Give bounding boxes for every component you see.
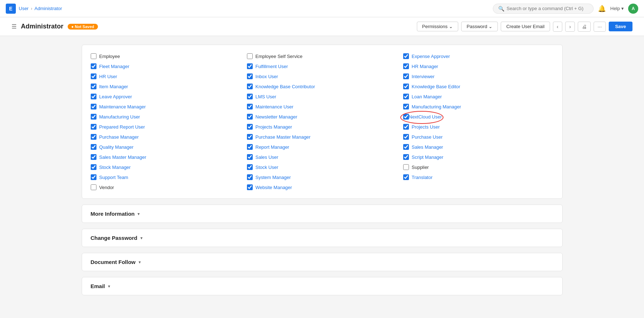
- checkbox-stock-manager[interactable]: [91, 164, 96, 170]
- checkbox-item: Loan Manager: [403, 93, 554, 100]
- create-user-email-button[interactable]: Create User Email: [501, 22, 550, 31]
- checkbox-item: Report Manager: [247, 143, 397, 151]
- checkbox-sales-user[interactable]: [247, 154, 253, 160]
- checkbox-stock-user[interactable]: [247, 164, 253, 170]
- avatar[interactable]: A: [628, 4, 638, 14]
- permissions-button[interactable]: Permissions ⌄: [417, 22, 459, 31]
- checkbox-grid: EmployeeEmployee Self ServiceExpense App…: [91, 52, 554, 191]
- checkbox-system-manager[interactable]: [247, 174, 253, 180]
- search-bar[interactable]: 🔍: [493, 4, 594, 14]
- more-information-header[interactable]: More Information ▾: [82, 205, 562, 223]
- checkbox-vendor[interactable]: [91, 184, 96, 190]
- checkbox-label: HR Manager: [412, 64, 438, 69]
- checkbox-lms-user[interactable]: [247, 94, 253, 99]
- breadcrumb-administrator[interactable]: Administrator: [35, 6, 62, 11]
- checkbox-support-team[interactable]: [91, 174, 96, 180]
- more-information-section: More Information ▾: [82, 205, 563, 223]
- checkbox-manufacturing-manager[interactable]: [403, 104, 409, 109]
- checkbox-item: Leave Approver: [91, 93, 241, 100]
- checkbox-website-manager[interactable]: [247, 184, 253, 190]
- breadcrumb-user[interactable]: User: [19, 6, 28, 11]
- checkbox-item: Sales User: [247, 153, 397, 161]
- checkbox-knowledge-base-contributor[interactable]: [247, 84, 253, 89]
- checkbox-inbox-user[interactable]: [247, 73, 253, 79]
- change-password-section: Change Password ▾: [82, 229, 563, 247]
- checkbox-quality-manager[interactable]: [91, 144, 96, 150]
- checkbox-label: Stock Manager: [99, 165, 131, 170]
- checkbox-script-manager[interactable]: [403, 154, 409, 160]
- checkbox-item: Inbox User: [247, 72, 397, 80]
- checkbox-supplier[interactable]: [403, 164, 409, 170]
- checkbox-item: Employee Self Service: [247, 52, 397, 60]
- change-password-header[interactable]: Change Password ▾: [82, 229, 562, 247]
- checkbox-hr-user[interactable]: [91, 73, 96, 79]
- checkbox-projects-manager[interactable]: [247, 124, 253, 130]
- checkbox-loan-manager[interactable]: [403, 94, 409, 99]
- checkbox-sales-manager[interactable]: [403, 144, 409, 150]
- more-options-button[interactable]: ···: [594, 22, 606, 32]
- checkbox-label: Expense Approver: [412, 54, 450, 59]
- checkbox-item: Projects Manager: [247, 123, 397, 131]
- checkbox-item: Website Manager: [247, 183, 397, 191]
- main-content: EmployeeEmployee Self ServiceExpense App…: [70, 36, 574, 310]
- checkbox-hr-manager[interactable]: [403, 63, 409, 69]
- checkbox-label: Support Team: [99, 175, 129, 180]
- checkbox-label: Employee: [99, 54, 120, 59]
- checkbox-item: Script Manager: [403, 153, 554, 161]
- email-chevron: ▾: [108, 284, 110, 289]
- checkbox-fulfillment-user[interactable]: [247, 63, 253, 69]
- checkbox-item: Purchase Manager: [91, 133, 241, 141]
- checkbox-maintenance-manager[interactable]: [91, 104, 96, 109]
- print-button[interactable]: 🖨: [578, 22, 591, 32]
- checkbox-item: Stock User: [247, 163, 397, 171]
- checkbox-label: LMS User: [256, 94, 276, 99]
- checkbox-purchase-manager[interactable]: [91, 134, 96, 140]
- next-button[interactable]: ›: [565, 22, 575, 32]
- checkbox-knowledge-base-editor[interactable]: [403, 84, 409, 89]
- checkbox-projects-user[interactable]: [403, 124, 409, 130]
- checkbox-item: Fulfillment User: [247, 62, 397, 70]
- checkbox-label: Script Manager: [412, 154, 443, 160]
- checkbox-label: Purchase User: [412, 134, 443, 140]
- search-input[interactable]: [506, 6, 588, 11]
- bell-icon[interactable]: 🔔: [598, 5, 606, 13]
- chevron-down-icon: ⌄: [488, 24, 492, 29]
- checkbox-sales-master-manager[interactable]: [91, 154, 96, 160]
- checkbox-label: Employee Self Service: [256, 54, 303, 59]
- checkbox-item: Sales Manager: [403, 143, 554, 151]
- checkbox-leave-approver[interactable]: [91, 94, 96, 99]
- permissions-card: EmployeeEmployee Self ServiceExpense App…: [82, 45, 563, 199]
- checkbox-prepared-report-user[interactable]: [91, 124, 96, 130]
- checkbox-fleet-manager[interactable]: [91, 63, 96, 69]
- checkbox-item: Purchase Master Manager: [247, 133, 397, 141]
- checkbox-item: Item Manager: [91, 82, 241, 90]
- checkbox-maintenance-user[interactable]: [247, 104, 253, 109]
- checkbox-manufacturing-user[interactable]: [91, 114, 96, 120]
- checkbox-label: Vendor: [99, 185, 114, 190]
- password-button[interactable]: Password ⌄: [461, 22, 498, 31]
- save-button[interactable]: Save: [609, 22, 632, 31]
- checkbox-purchase-master-manager[interactable]: [247, 134, 253, 140]
- checkbox-employee[interactable]: [91, 53, 96, 59]
- checkbox-employee-self-service[interactable]: [247, 53, 253, 59]
- checkbox-newsletter-manager[interactable]: [247, 114, 253, 120]
- email-header[interactable]: Email ▾: [82, 277, 562, 295]
- checkbox-translator[interactable]: [403, 174, 409, 180]
- document-follow-header[interactable]: Document Follow ▾: [82, 253, 562, 271]
- checkbox-interviewer[interactable]: [403, 73, 409, 79]
- checkbox-report-manager[interactable]: [247, 144, 253, 150]
- checkbox-label: Manufacturing User: [99, 114, 140, 120]
- help-button[interactable]: Help ▾: [610, 6, 624, 11]
- page-title: Administrator: [21, 23, 63, 30]
- prev-button[interactable]: ‹: [553, 22, 563, 32]
- checkbox-item: Projects User: [403, 123, 554, 131]
- checkbox-item: Quality Manager: [91, 143, 241, 151]
- checkbox-nextcloud-user[interactable]: [403, 114, 409, 120]
- checkbox-purchase-user[interactable]: [403, 134, 409, 140]
- checkbox-expense-approver[interactable]: [403, 53, 409, 59]
- checkbox-item: Manufacturing User: [91, 113, 241, 121]
- checkbox-item: Stock Manager: [91, 163, 241, 171]
- hamburger-icon[interactable]: ☰: [12, 23, 17, 30]
- checkbox-item-manager[interactable]: [91, 84, 96, 89]
- app-logo: E: [6, 4, 16, 14]
